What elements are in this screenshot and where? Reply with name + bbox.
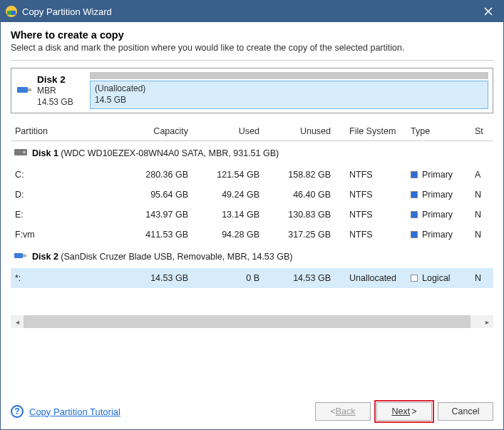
page-subheading: Select a disk and mark the position wher… (11, 43, 493, 53)
window-title: Copy Partition Wizard (22, 6, 478, 17)
svg-rect-2 (7, 11, 11, 15)
disk1-group[interactable]: Disk 1 (WDC WD10EZEX-08WN4A0 SATA, MBR, … (11, 141, 493, 165)
table-row[interactable]: C:280.36 GB121.54 GB158.82 GBNTFSPrimary… (11, 165, 493, 185)
disk-preview-name: Disk 2 (37, 74, 66, 85)
table-row[interactable]: F:vm411.53 GB94.28 GB317.25 GBNTFSPrimar… (11, 225, 493, 245)
scroll-right-button[interactable]: ▸ (480, 315, 493, 328)
app-icon (5, 5, 18, 18)
svg-point-6 (23, 151, 26, 154)
titlebar: Copy Partition Wizard (1, 1, 503, 22)
col-unused[interactable]: Unused (264, 126, 335, 136)
disk-preview-size: 14.53 GB (37, 97, 73, 107)
disk-preview: Disk 2 MBR 14.53 GB (Unallocated) 14.5 G… (11, 68, 493, 113)
help-link[interactable]: ? Copy Partition Tutorial (11, 405, 120, 418)
help-icon: ? (11, 405, 24, 418)
segment-size: 14.5 GB (95, 95, 126, 105)
back-button[interactable]: < Back (315, 402, 371, 421)
scroll-left-button[interactable]: ◂ (11, 315, 24, 328)
disk1-group-icon (14, 147, 28, 159)
col-type[interactable]: Type (406, 126, 470, 136)
disk-map-bar (90, 72, 488, 79)
disk-preview-scheme: MBR (37, 86, 56, 96)
table-row[interactable]: *:14.53 GB0 B14.53 GBUnallocatedLogicalN (11, 268, 493, 288)
disk2-group[interactable]: Disk 2 (SanDisk Cruzer Blade USB, Remova… (11, 245, 493, 268)
col-status[interactable]: St (470, 126, 485, 136)
svg-rect-8 (23, 255, 26, 257)
disk2-group-icon (14, 250, 28, 262)
wizard-window: Copy Partition Wizard Where to create a … (0, 0, 504, 430)
col-used[interactable]: Used (192, 126, 264, 136)
divider (11, 60, 493, 61)
table-header: Partition Capacity Used Unused File Syst… (11, 122, 493, 141)
table-row[interactable]: D:95.64 GB49.24 GB46.40 GBNTFSPrimaryN (11, 185, 493, 205)
col-filesystem[interactable]: File System (335, 126, 406, 136)
svg-rect-7 (14, 253, 23, 258)
scroll-thumb[interactable] (24, 315, 470, 328)
svg-rect-4 (28, 88, 31, 91)
partition-table: Partition Capacity Used Unused File Syst… (11, 122, 493, 393)
segment-label: (Unallocated) (95, 83, 145, 93)
scroll-track[interactable] (24, 315, 480, 328)
col-partition[interactable]: Partition (11, 126, 114, 136)
svg-rect-3 (17, 87, 28, 93)
next-button[interactable]: Next > (376, 402, 432, 421)
close-button[interactable] (478, 6, 499, 18)
disk-preview-info: Disk 2 MBR 14.53 GB (11, 68, 88, 113)
help-link-text[interactable]: Copy Partition Tutorial (29, 406, 120, 417)
usb-drive-icon (16, 81, 33, 101)
horizontal-scrollbar[interactable]: ◂ ▸ (11, 315, 493, 328)
disk-map-segment[interactable]: (Unallocated) 14.5 GB (90, 81, 488, 108)
col-capacity[interactable]: Capacity (114, 126, 192, 136)
disk-map[interactable]: (Unallocated) 14.5 GB (88, 68, 493, 113)
cancel-button[interactable]: Cancel (438, 402, 493, 421)
footer: ? Copy Partition Tutorial < Back Next > … (1, 393, 503, 429)
page-heading: Where to create a copy (11, 29, 493, 41)
table-row[interactable]: E:143.97 GB13.14 GB130.83 GBNTFSPrimaryN (11, 205, 493, 225)
